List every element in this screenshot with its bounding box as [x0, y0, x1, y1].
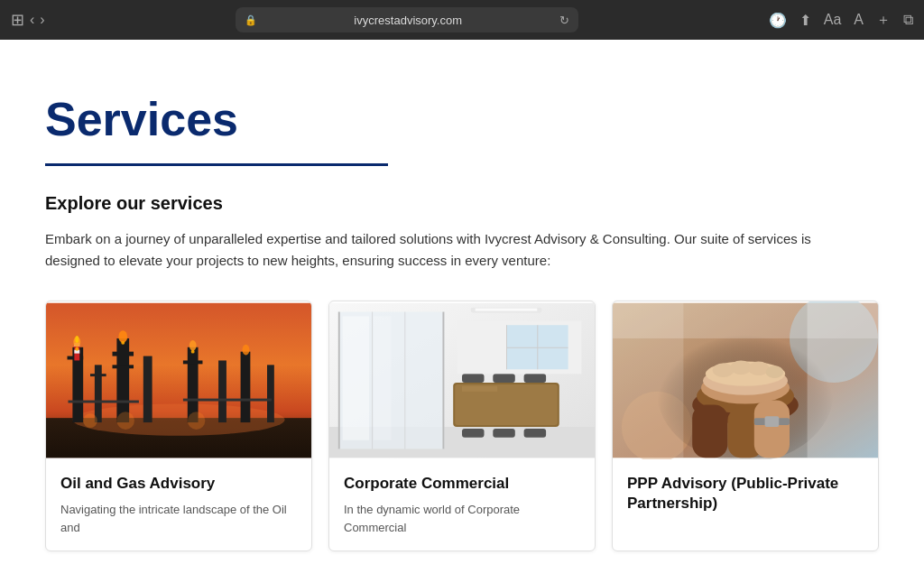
svg-rect-43 [462, 386, 497, 392]
svg-point-28 [191, 350, 195, 354]
svg-rect-14 [113, 366, 134, 369]
section-divider [45, 163, 388, 166]
svg-point-29 [83, 413, 97, 428]
svg-rect-44 [462, 374, 485, 383]
section-description: Embark on a journey of unparalleled expe… [45, 228, 857, 272]
svg-point-9 [75, 336, 79, 343]
svg-rect-24 [69, 401, 139, 403]
svg-rect-13 [113, 352, 134, 356]
browser-controls: ⊞ ‹ › [11, 12, 45, 28]
reload-icon[interactable]: ↻ [559, 14, 569, 27]
card-image-corporate [329, 301, 595, 459]
svg-point-66 [713, 364, 735, 378]
page-content: Services Explore our services Embark on … [0, 40, 924, 583]
svg-rect-21 [241, 352, 251, 422]
svg-rect-72 [754, 401, 790, 458]
card-image-oil-gas [46, 301, 311, 459]
page-title: Services [45, 94, 879, 145]
card-body-corporate: Corporate Commercial In the dynamic worl… [329, 459, 595, 551]
lock-icon: 🔒 [245, 14, 257, 26]
section-subtitle: Explore our services [45, 193, 879, 214]
svg-point-30 [116, 412, 134, 430]
svg-rect-37 [343, 317, 369, 440]
svg-rect-11 [90, 374, 106, 376]
svg-rect-18 [183, 361, 203, 365]
service-card-oil-gas: Oil and Gas Advisory Navigating the intr… [45, 301, 312, 551]
svg-point-31 [188, 412, 206, 430]
forward-button[interactable]: › [40, 13, 44, 27]
browser-actions: 🕐 ⬆ Aa A ＋ ⧉ [769, 11, 913, 30]
svg-rect-17 [188, 347, 199, 422]
new-tab-icon[interactable]: ＋ [876, 11, 891, 30]
svg-rect-25 [183, 399, 272, 402]
svg-rect-70 [692, 405, 727, 458]
svg-point-2 [72, 404, 284, 436]
svg-rect-38 [374, 317, 392, 440]
card-title-ppp: PPP Advisory (Public-Private Partnership… [627, 474, 864, 514]
card-body-oil-gas: Oil and Gas Advisory Navigating the intr… [46, 459, 311, 551]
svg-rect-45 [493, 374, 515, 383]
svg-rect-56 [476, 309, 538, 311]
address-bar-wrap: 🔒 ivycrestadvisory.com ↻ [52, 7, 762, 32]
svg-rect-48 [493, 429, 515, 438]
share-icon[interactable]: ⬆ [799, 12, 811, 29]
services-cards-grid: Oil and Gas Advisory Navigating the intr… [45, 301, 879, 551]
svg-rect-74 [765, 416, 780, 427]
card-image-ppp [613, 301, 878, 459]
sidebar-toggle-button[interactable]: ⊞ [11, 12, 24, 28]
svg-point-22 [243, 345, 250, 356]
svg-rect-39 [372, 312, 373, 449]
svg-point-26 [75, 347, 79, 351]
card-text-oil-gas: Navigating the intricate landscape of th… [60, 501, 297, 536]
card-title-oil-gas: Oil and Gas Advisory [60, 474, 297, 494]
reader-mode-icon[interactable]: Aa [824, 12, 842, 28]
history-icon[interactable]: 🕐 [769, 12, 787, 29]
card-title-corporate: Corporate Commercial [344, 474, 580, 494]
service-card-ppp: PPP Advisory (Public-Private Partnership… [612, 301, 879, 551]
back-button[interactable]: ‹ [30, 13, 34, 27]
svg-rect-10 [95, 366, 102, 423]
svg-rect-36 [442, 312, 444, 449]
card-body-ppp: PPP Advisory (Public-Private Partnership… [613, 459, 878, 535]
service-card-corporate: Corporate Commercial In the dynamic worl… [328, 301, 596, 551]
svg-rect-46 [524, 374, 547, 383]
browser-chrome: ⊞ ‹ › 🔒 ivycrestadvisory.com ↻ 🕐 ⬆ Aa A … [0, 0, 924, 40]
address-bar[interactable]: 🔒 ivycrestadvisory.com ↻ [236, 7, 578, 32]
svg-rect-40 [404, 312, 405, 449]
card-text-corporate: In the dynamic world of Corporate Commer… [344, 501, 580, 536]
svg-rect-23 [267, 366, 274, 423]
svg-rect-20 [218, 361, 226, 423]
svg-point-69 [766, 366, 784, 379]
svg-point-27 [121, 341, 125, 345]
svg-rect-47 [462, 429, 485, 438]
svg-rect-35 [338, 312, 340, 449]
svg-point-19 [189, 340, 197, 351]
url-text[interactable]: ivycrestadvisory.com [263, 14, 554, 27]
tabs-icon[interactable]: ⧉ [903, 12, 913, 28]
svg-rect-54 [506, 347, 568, 348]
svg-rect-77 [613, 303, 878, 338]
svg-rect-16 [143, 356, 152, 423]
svg-point-15 [118, 330, 127, 343]
svg-rect-49 [524, 429, 547, 438]
svg-rect-12 [116, 338, 129, 422]
font-size-icon[interactable]: A [854, 12, 864, 28]
